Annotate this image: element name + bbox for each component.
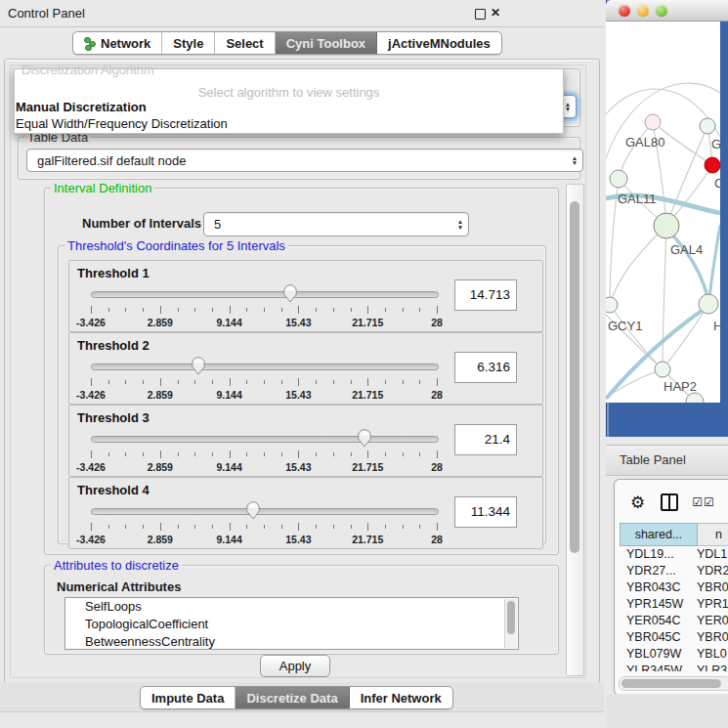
table-data-group: Table Data galFiltered.sif default node … (18, 137, 580, 180)
select-columns-icon[interactable]: ☑☑ (692, 495, 715, 509)
node-gal80[interactable] (645, 114, 661, 130)
tab-network[interactable]: Network (73, 32, 162, 54)
spinner-arrows-icon: ▲▼ (452, 219, 468, 230)
scrollbar-thumb[interactable] (621, 679, 721, 688)
threshold-2-slider[interactable]: -3.4262.8599.14415.4321.71528 (91, 357, 437, 396)
table-toolbar: ⚙ ☑☑ (615, 486, 728, 519)
popup-option-equal-width-frequency[interactable]: Equal Width/Frequency Discretization (16, 116, 228, 131)
table-row[interactable]: YDR27...YDR2 (620, 563, 728, 579)
minimize-traffic-light-icon[interactable] (637, 5, 649, 17)
slider-thumb[interactable] (283, 284, 298, 303)
node-gcy1[interactable] (606, 297, 618, 313)
slider-scale: -3.4262.8599.14415.4321.71528 (91, 534, 437, 545)
list-scrollbar[interactable] (504, 599, 517, 648)
application-window: Control Panel ✕ Network Style Select Cyn… (0, 0, 728, 728)
attributes-group: Attributes to discretize Numerical Attri… (44, 565, 559, 655)
network-view-window: GAL80 G C GAL11 GAL4 GCY1 H HAP2 (606, 0, 720, 403)
list-item[interactable]: BetweennessCentrality (65, 633, 518, 650)
thresholds-group: Threshold's Coordinates for 5 Intervals … (58, 245, 546, 544)
popup-option-manual-discretization[interactable]: Manual Discretization (16, 100, 147, 114)
tab-select[interactable]: Select (215, 32, 275, 54)
table-row[interactable]: YBR045CYBR0 (620, 629, 728, 646)
apply-button[interactable]: Apply (260, 655, 330, 677)
node-label: GAL11 (618, 192, 657, 206)
threshold-4-value-field[interactable]: 11.344 (454, 496, 517, 528)
tab-infer-network[interactable]: Infer Network (350, 687, 452, 708)
node-label: H (713, 319, 720, 333)
tab-cyni-toolbox[interactable]: Cyni Toolbox (276, 32, 377, 54)
threshold-3-value-field[interactable]: 21.4 (454, 424, 517, 455)
network-graph: GAL80 G C GAL11 GAL4 GCY1 H HAP2 (606, 21, 720, 403)
network-view-frame: GAL80 G C GAL11 GAL4 GCY1 H HAP2 (606, 0, 728, 437)
column-header-shared-name[interactable]: shared... (620, 523, 698, 546)
threshold-3-slider[interactable]: -3.4262.8599.14415.4321.71528 (91, 429, 437, 468)
panel-title: Control Panel (8, 6, 85, 21)
column-layout-icon[interactable] (661, 493, 678, 511)
table-data-combo-value: galFiltered.sif default node (27, 153, 567, 168)
table-row[interactable]: YPR145WYPR1 (620, 596, 728, 613)
algorithm-dropdown-popup: Select algorithm to view settings Manual… (14, 68, 564, 134)
control-panel-titlebar: Control Panel ✕ (0, 0, 604, 27)
slider-thumb[interactable] (191, 357, 205, 375)
network-icon (84, 37, 96, 50)
panel-scrollbar[interactable] (566, 184, 584, 676)
slider-thumb[interactable] (246, 501, 261, 520)
threshold-3-panel: Threshold 3 -3.4262.8599.14415.4321.7152… (68, 405, 543, 477)
list-item[interactable]: SelfLoops (65, 598, 518, 616)
table-horizontal-scrollbar[interactable] (619, 676, 728, 691)
table-row[interactable]: YLR345WYLR3 (620, 663, 728, 671)
node-gal11[interactable] (610, 170, 627, 188)
table-row[interactable]: YER054CYER0 (620, 613, 728, 629)
discretization-algorithm-title: Discretization Algorithm (21, 63, 154, 77)
node[interactable] (700, 118, 715, 134)
table-panel-title: Table Panel (620, 452, 686, 467)
attributes-group-title: Attributes to discretize (51, 558, 182, 573)
table-row[interactable]: YBL079WYBL0 (620, 646, 728, 663)
node-hap2[interactable] (655, 362, 670, 377)
threshold-2-panel: Threshold 2 -3.4262.8599.14415.4321.7152… (68, 332, 543, 405)
number-of-intervals-label: Number of Intervals (82, 216, 201, 231)
node-selected-red[interactable] (705, 157, 720, 173)
node-label: HAP2 (664, 379, 697, 394)
threshold-4-slider[interactable]: -3.4262.8599.14415.4321.71528 (91, 501, 437, 540)
close-icon[interactable]: ✕ (491, 7, 500, 20)
thresholds-group-title: Threshold's Coordinates for 5 Intervals (64, 238, 288, 253)
zoom-traffic-light-icon[interactable] (656, 5, 667, 17)
table-panel: ⚙ ☑☑ shared... n YDL19...YDL1 YDR27...YD… (614, 479, 728, 696)
node[interactable] (699, 294, 718, 314)
tab-style[interactable]: Style (162, 32, 215, 54)
tab-impute-data[interactable]: Impute Data (141, 687, 236, 708)
slider-thumb[interactable] (357, 429, 371, 448)
threshold-1-value-field[interactable]: 14.713 (454, 279, 517, 311)
network-window-titlebar (606, 0, 720, 21)
combo-arrows-icon: ▲▼ (567, 155, 582, 166)
table-header-row: shared... n (620, 523, 728, 546)
slider-scale: -3.4262.8599.14415.4321.71528 (91, 389, 437, 401)
scrollbar-thumb[interactable] (570, 201, 579, 553)
table-data-combobox[interactable]: galFiltered.sif default node ▲▼ (26, 149, 583, 172)
algorithm-placeholder: Select algorithm to view settings (15, 85, 563, 100)
node-gal4[interactable] (654, 213, 679, 238)
interval-definition-title: Interval Definition (51, 181, 154, 195)
tab-jactivemnodules[interactable]: jActiveMNodules (377, 32, 501, 54)
column-header-name[interactable]: n (698, 523, 728, 546)
slider-scale: -3.4262.8599.14415.4321.71528 (91, 317, 437, 328)
number-of-intervals-spinner[interactable]: 5 ▲▼ (203, 212, 469, 236)
node[interactable] (686, 393, 704, 403)
attributes-list[interactable]: SelfLoops TopologicalCoefficient Between… (64, 597, 519, 650)
node-label: G (711, 137, 720, 151)
tab-discretize-data[interactable]: Discretize Data (236, 687, 349, 708)
network-canvas[interactable]: GAL80 G C GAL11 GAL4 GCY1 H HAP2 (606, 21, 720, 403)
table-body[interactable]: YDL19...YDL1 YDR27...YDR2 YBR043CYBR0 YP… (620, 546, 728, 671)
threshold-2-value-field[interactable]: 6.316 (454, 352, 517, 383)
table-row[interactable]: YDL19...YDL1 (620, 546, 728, 563)
float-panel-icon[interactable] (475, 9, 486, 20)
table-row[interactable]: YBR043CYBR0 (620, 579, 728, 596)
list-item[interactable]: TopologicalCoefficient (65, 616, 518, 633)
node-label: C (714, 176, 720, 191)
close-traffic-light-icon[interactable] (619, 5, 630, 17)
threshold-1-slider[interactable]: -3.4262.8599.14415.4321.71528 (91, 284, 437, 323)
node-label: GCY1 (608, 319, 642, 333)
gear-icon[interactable]: ⚙ (630, 492, 645, 513)
numerical-attributes-label: Numerical Attributes (57, 579, 181, 594)
